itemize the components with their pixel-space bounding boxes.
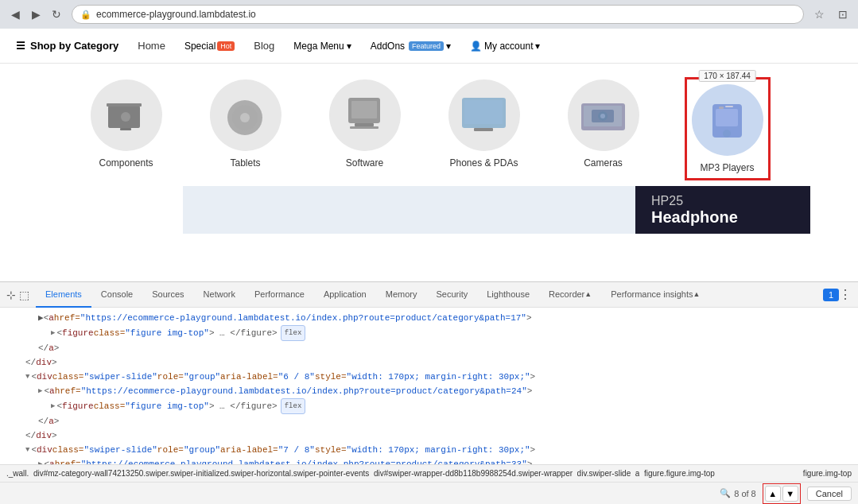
tab-console[interactable]: Console (91, 282, 142, 308)
status-crumb-5[interactable]: figure.figure.img-top (644, 469, 715, 478)
svg-rect-8 (351, 101, 377, 118)
category-circle-cameras (568, 79, 639, 151)
code-line-9: </div> (13, 428, 858, 443)
devtools-content: ▶ <a href="https://ecommerce-playground.… (0, 308, 858, 464)
category-label-tablets: Tablets (230, 157, 260, 169)
cursor-icon[interactable]: ⊹ (6, 289, 16, 301)
figure-label: figure.img-top (803, 469, 858, 478)
extensions-button[interactable]: ⊡ (834, 6, 852, 23)
tab-performance-insights[interactable]: Performance insights ▲ (601, 282, 709, 308)
category-section: Components Tablets (0, 64, 858, 186)
svg-rect-13 (474, 128, 493, 131)
bookmark-button[interactable]: ☆ (810, 6, 828, 23)
nav-mega-menu[interactable]: Mega Menu ▾ (293, 41, 351, 52)
devtools-bottom-toolbar: 🔍 8 of 8 ▲ ▼ Cancel (0, 482, 858, 504)
banner-line1: HP25 (651, 194, 738, 208)
search-count-text: 8 of 8 (734, 489, 756, 498)
page-content: ☰ Shop by Category Home Special Hot Blog… (0, 29, 858, 281)
inspect-icon[interactable]: ⬚ (19, 289, 29, 301)
tab-recorder[interactable]: Recorder ▲ (539, 282, 601, 308)
code-line-7: ▶ <figure class="figure img-top"> … </fi… (38, 398, 858, 414)
account-arrow: ▾ (535, 41, 540, 52)
site-nav: ☰ Shop by Category Home Special Hot Blog… (0, 29, 858, 64)
code-line-1: ▶ <a href="https://ecommerce-playground.… (25, 311, 858, 325)
category-cameras[interactable]: Cameras (568, 79, 639, 178)
category-label-components: Components (99, 157, 153, 169)
cancel-button[interactable]: Cancel (807, 487, 852, 501)
category-mp3[interactable]: 170 × 187.44 MP3 Players (687, 79, 768, 178)
category-software[interactable]: Software (329, 79, 401, 178)
svg-rect-12 (464, 100, 503, 124)
chat-count-badge[interactable]: 1 (823, 289, 839, 301)
nav-addons[interactable]: AddOns Featured ▾ (371, 41, 451, 52)
svg-rect-23 (725, 106, 733, 107)
category-circle-software (329, 79, 401, 151)
search-result-count: 🔍 8 of 8 (720, 488, 756, 498)
code-area: ▶ <a href="https://ecommerce-playground.… (0, 308, 858, 464)
forward-button[interactable]: ▶ (27, 6, 45, 23)
status-crumb-2[interactable]: div#swiper-wrapper-dd8b118b9988254d.swip… (374, 469, 573, 478)
code-line-4: </div> (13, 355, 858, 370)
svg-rect-1 (107, 103, 142, 107)
category-tablets[interactable]: Tablets (210, 79, 281, 178)
devtools-panel: ⊹ ⬚ Elements Console Sources Network Per… (0, 281, 858, 504)
refresh-button[interactable]: ↻ (48, 6, 65, 23)
category-components[interactable]: Components (91, 79, 162, 178)
banner: HP25 Headphone (183, 186, 810, 234)
status-wall: ._wall. (6, 469, 33, 478)
svg-point-2 (121, 112, 130, 122)
svg-point-6 (240, 113, 250, 122)
svg-rect-9 (355, 123, 374, 126)
address-bar[interactable]: 🔒 ecommerce-playground.lambdatest.io (72, 5, 804, 24)
tab-sources[interactable]: Sources (142, 282, 193, 308)
search-icon-bottom: 🔍 (720, 488, 731, 498)
nav-account[interactable]: 👤 My account ▾ (470, 41, 540, 52)
url-text: ecommerce-playground.lambdatest.io (96, 9, 795, 20)
code-line-3: </a> (25, 341, 858, 355)
category-circle-tablets (210, 79, 281, 151)
next-result-button[interactable]: ▼ (782, 486, 798, 502)
flex-badge: flex (281, 325, 306, 341)
category-circle-mp3 (692, 84, 763, 156)
status-crumb-1[interactable]: div#mz-category-wall74213250.swiper.swip… (33, 469, 369, 478)
browser-chrome: ◀ ▶ ↻ 🔒 ecommerce-playground.lambdatest.… (0, 0, 858, 29)
lock-icon: 🔒 (80, 10, 91, 20)
code-line-11: ▶ <a href="https://ecommerce-playground.… (25, 457, 858, 464)
tab-security[interactable]: Security (426, 282, 477, 308)
addons-badge: Featured (409, 41, 444, 51)
tab-performance[interactable]: Performance (245, 282, 314, 308)
tab-lighthouse[interactable]: Lighthouse (477, 282, 539, 308)
status-crumb-3[interactable]: div.swiper-slide (577, 469, 631, 478)
tab-elements[interactable]: Elements (36, 282, 91, 308)
nav-home[interactable]: Home (138, 40, 165, 52)
nav-blog[interactable]: Blog (254, 40, 274, 52)
code-line-2: ▶ <figure class="figure img-top"> … </fi… (38, 325, 858, 341)
code-line-5: ▼ <div class="swiper-slide" role="group"… (13, 370, 858, 384)
category-phones[interactable]: Phones & PDAs (448, 79, 520, 178)
flex-badge-2: flex (281, 398, 306, 414)
category-label-cameras: Cameras (584, 157, 623, 169)
category-label-software: Software (346, 157, 383, 169)
addons-arrow: ▾ (446, 41, 451, 52)
category-label-phones: Phones & PDAs (449, 157, 518, 169)
banner-line2: Headphone (651, 208, 738, 227)
back-button[interactable]: ◀ (6, 6, 24, 23)
tab-memory[interactable]: Memory (376, 282, 427, 308)
svg-rect-10 (350, 126, 379, 129)
devtools-tabs: ⊹ ⬚ Elements Console Sources Network Per… (0, 282, 858, 308)
perf-icon: ▲ (693, 290, 701, 298)
status-bar: ._wall. div#mz-category-wall74213250.swi… (0, 464, 858, 482)
tab-application[interactable]: Application (314, 282, 376, 308)
nav-buttons: ◀ ▶ ↻ (6, 6, 65, 23)
size-badge: 170 × 187.44 (698, 70, 756, 82)
tab-network[interactable]: Network (194, 282, 245, 308)
svg-point-21 (723, 130, 731, 138)
prev-result-button[interactable]: ▲ (765, 486, 781, 502)
code-line-6: ▶ <a href="https://ecommerce-playground.… (25, 384, 858, 398)
devtools-menu-button[interactable]: ⋮ (839, 287, 852, 302)
shop-by-category[interactable]: ☰ Shop by Category (16, 40, 118, 52)
svg-rect-22 (719, 107, 724, 109)
special-label: Special (184, 41, 215, 52)
nav-special[interactable]: Special Hot (184, 41, 235, 52)
code-line-8: </a> (25, 414, 858, 428)
